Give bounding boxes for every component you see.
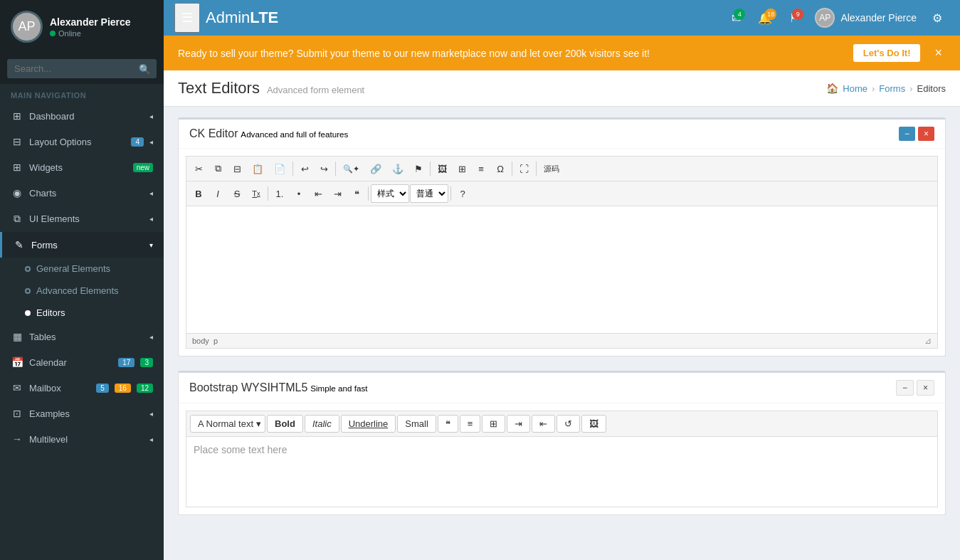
- bs-normaltext-button[interactable]: A Normal text ▾: [190, 415, 265, 433]
- sidebar-item-examples[interactable]: ⊡ Examples ◂: [0, 401, 164, 426]
- sidebar-username: Alexander Pierce: [50, 16, 131, 28]
- ck-redo-button[interactable]: ↪: [315, 159, 333, 178]
- sidebar-label-advanced: Advanced Elements: [36, 285, 119, 296]
- ck-quote-button[interactable]: ❝: [347, 184, 366, 203]
- ck-anchor-button[interactable]: ⚑: [409, 159, 428, 178]
- bs-undo-button[interactable]: ↺: [557, 415, 580, 433]
- sub-circle-icon: [25, 266, 31, 272]
- mailbox-badge-1: 5: [96, 384, 109, 393]
- ck-cut-button[interactable]: ✂: [189, 159, 208, 178]
- bs-image-button[interactable]: 🖼: [581, 415, 606, 433]
- sidebar-item-mailbox[interactable]: ✉ Mailbox 5 16 12: [0, 375, 164, 401]
- bootstrap-editor-subtitle: Simple and fast: [310, 384, 367, 393]
- ck-paste-button[interactable]: ⊟: [228, 159, 246, 178]
- bootstrap-remove-button[interactable]: ×: [917, 380, 934, 396]
- layout-icon: ⊟: [11, 136, 23, 147]
- search-input[interactable]: [7, 59, 157, 78]
- ui-icon: ⧉: [11, 213, 23, 225]
- ck-indent-button[interactable]: ⇥: [328, 184, 347, 203]
- sidebar-item-multilevel[interactable]: → Multilevel ◂: [0, 426, 164, 452]
- ck-format-select[interactable]: 普通: [410, 184, 448, 203]
- sidebar-item-charts[interactable]: ◉ Charts ◂: [0, 180, 164, 206]
- bs-underline-label: Underline: [349, 418, 389, 429]
- ck-image-button[interactable]: 🖼: [433, 159, 452, 178]
- bootstrap-editor-tools: − ×: [896, 380, 934, 396]
- search-button[interactable]: 🔍: [139, 63, 151, 74]
- sidebar-item-layout[interactable]: ⊟ Layout Options 4 ◂: [0, 129, 164, 154]
- sidebar-item-dashboard[interactable]: ⊞ Dashboard ◂: [0, 103, 164, 129]
- sidebar-label-examples: Examples: [29, 408, 144, 419]
- bell-count-badge: 18: [765, 9, 776, 20]
- ck-ul-button[interactable]: •: [290, 184, 308, 203]
- ck-collapse-button[interactable]: −: [899, 127, 915, 141]
- ck-paste-word-button[interactable]: 📋: [247, 159, 268, 178]
- notification-close-button[interactable]: ×: [931, 46, 946, 60]
- ck-editor-tools: − ×: [899, 127, 934, 141]
- notification-action-button[interactable]: Let's Do It!: [853, 44, 921, 62]
- ck-ol-button[interactable]: 1.: [270, 184, 289, 203]
- bs-list-button[interactable]: ≡: [460, 415, 481, 433]
- ck-fullscreen-button[interactable]: ⛶: [515, 159, 534, 178]
- bs-list2-button[interactable]: ⊞: [482, 415, 505, 433]
- ck-content-area[interactable]: [186, 206, 938, 334]
- sidebar-item-tables[interactable]: ▦ Tables ◂: [0, 324, 164, 349]
- ck-statusbar-text: body p: [192, 337, 218, 345]
- ck-unlink-button[interactable]: ⚓: [387, 159, 408, 178]
- bs-bold-button[interactable]: Bold: [267, 415, 303, 433]
- bs-quote-button[interactable]: ❝: [438, 415, 458, 433]
- ck-toolbar-row1: ✂ ⧉ ⊟ 📋 📄 ↩ ↪ 🔍✦ 🔗 ⚓ ⚑ 🖼: [186, 156, 938, 181]
- settings-button[interactable]: ⚙: [925, 6, 949, 31]
- sidebar-item-ui-elements[interactable]: ⧉ UI Elements ◂: [0, 206, 164, 232]
- user-menu[interactable]: AP Alexander Pierce: [809, 2, 922, 33]
- ck-specialchar-button[interactable]: Ω: [491, 159, 510, 178]
- ck-hrule-button[interactable]: ≡: [472, 159, 490, 178]
- bs-italic-button[interactable]: Italic: [305, 415, 339, 433]
- mail-button[interactable]: ✉ 4: [724, 6, 748, 31]
- ck-removeformat-button[interactable]: Tx: [247, 184, 265, 203]
- bs-underline-button[interactable]: Underline: [341, 415, 396, 433]
- bell-button[interactable]: 🔔 18: [751, 6, 779, 31]
- ck-help-button[interactable]: ?: [453, 184, 472, 203]
- ck-paste-text-button[interactable]: 📄: [269, 159, 290, 178]
- sidebar-toggle-button[interactable]: ☰: [174, 3, 200, 33]
- sidebar-item-calendar[interactable]: 📅 Calendar 17 3: [0, 349, 164, 375]
- bootstrap-collapse-button[interactable]: −: [896, 380, 914, 396]
- ck-style-select[interactable]: 样式: [371, 184, 409, 203]
- breadcrumb-home-link[interactable]: Home: [843, 83, 867, 94]
- ck-outdent-button[interactable]: ⇤: [309, 184, 327, 203]
- ck-bold-button[interactable]: B: [189, 184, 208, 203]
- mail-icon: ✉: [11, 382, 23, 393]
- main-content: ☰ AdminLTE ✉ 4 🔔 18 ⚑ 9 AP: [164, 0, 960, 560]
- ck-find-button[interactable]: 🔍✦: [338, 159, 364, 178]
- ck-editor-title: CK Editor: [189, 127, 238, 139]
- ck-italic-button[interactable]: I: [209, 184, 227, 203]
- ck-remove-button[interactable]: ×: [918, 127, 934, 141]
- mailbox-badge-2: 16: [115, 384, 131, 393]
- ck-sep-3: [430, 162, 431, 176]
- avatar: AP: [11, 11, 43, 43]
- sidebar-item-editors[interactable]: Editors: [0, 302, 164, 324]
- sidebar-item-advanced-elements[interactable]: Advanced Elements: [0, 280, 164, 302]
- sidebar-item-general-elements[interactable]: General Elements: [0, 258, 164, 280]
- ck-sep-5: [536, 162, 537, 176]
- calendar-badge-2: 3: [140, 358, 153, 367]
- bs-small-button[interactable]: Small: [397, 415, 436, 433]
- ck-table-button[interactable]: ⊞: [453, 159, 471, 178]
- breadcrumb-parent-link[interactable]: Forms: [879, 83, 905, 94]
- arrow-icon: ◂: [149, 435, 153, 443]
- flag-button[interactable]: ⚑ 9: [782, 6, 806, 31]
- sidebar-item-forms[interactable]: ✎ Forms ▾: [0, 232, 164, 258]
- bs-toolbar: A Normal text ▾ Bold Italic Underline: [186, 411, 938, 436]
- ck-undo-button[interactable]: ↩: [295, 159, 314, 178]
- ck-link-button[interactable]: 🔗: [365, 159, 386, 178]
- ck-strike-button[interactable]: S: [228, 184, 246, 203]
- ck-copy-button[interactable]: ⧉: [209, 159, 227, 178]
- bs-content-area[interactable]: Place some text here: [186, 436, 938, 507]
- sidebar-item-widgets[interactable]: ⊞ Widgets new: [0, 154, 164, 180]
- breadcrumb-current: Editors: [917, 83, 946, 94]
- ck-resize-handle[interactable]: ⊿: [924, 336, 932, 346]
- ck-editor-header: CK Editor Advanced and full of features …: [179, 120, 945, 149]
- ck-source-button[interactable]: 源码: [539, 159, 564, 178]
- bs-indent-button[interactable]: ⇥: [507, 415, 530, 433]
- bs-outdent-button[interactable]: ⇤: [532, 415, 555, 433]
